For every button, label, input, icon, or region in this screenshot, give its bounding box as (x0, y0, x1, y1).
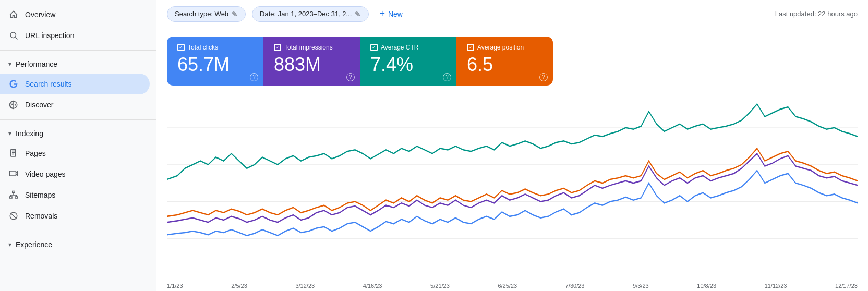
help-icon-clicks[interactable]: ? (250, 73, 258, 81)
checkbox-impressions (274, 44, 281, 51)
search-icon (8, 30, 19, 41)
pages-label: Pages (25, 149, 46, 157)
svg-line-1 (15, 37, 17, 39)
search-type-filter[interactable]: Search type: Web ✎ (167, 6, 246, 22)
experience-section-label: Experience (16, 240, 52, 249)
metric-value-ctr: 7.4% (370, 54, 446, 75)
divider-2 (0, 119, 156, 120)
help-icon-impressions[interactable]: ? (346, 73, 355, 81)
chart-area (156, 86, 868, 283)
x-label-10: 12/17/23 (835, 283, 858, 289)
edit-date-icon: ✎ (355, 10, 361, 18)
svg-rect-10 (15, 197, 18, 198)
sidebar-item-overview[interactable]: Overview (0, 4, 150, 25)
sidebar-section-performance[interactable]: ▾ Performance (0, 55, 156, 74)
new-label: New (388, 10, 403, 18)
x-axis-labels: 1/1/23 2/5/23 3/12/23 4/16/23 5/21/23 6/… (156, 283, 868, 291)
x-label-4: 5/21/23 (430, 283, 450, 289)
sidebar-item-search-results[interactable]: Search results (0, 74, 150, 94)
url-inspection-label: URL inspection (25, 31, 74, 40)
x-label-1: 2/5/23 (231, 283, 247, 289)
divider-1 (0, 50, 156, 51)
video-pages-label: Video pages (25, 170, 66, 178)
x-label-7: 9/3/23 (633, 283, 649, 289)
help-icon-ctr[interactable]: ? (443, 73, 451, 81)
sidebar-section-experience[interactable]: ▾ Experience (0, 235, 156, 254)
metric-label-impressions: Total impressions (274, 44, 349, 51)
sidebar-item-removals[interactable]: Removals (0, 205, 150, 226)
x-label-9: 11/12/23 (765, 283, 787, 289)
metric-label-clicks: Total clicks (177, 44, 253, 51)
edit-search-type-icon: ✎ (232, 10, 238, 18)
search-type-label: Search type: Web (175, 10, 228, 18)
metric-value-clicks: 65.7M (177, 54, 253, 75)
removals-icon (8, 211, 19, 221)
svg-line-16 (10, 213, 17, 219)
sidebar-item-url-inspection[interactable]: URL inspection (0, 25, 150, 46)
removals-label: Removals (25, 212, 57, 220)
metric-value-position: 6.5 (467, 54, 542, 75)
x-label-5: 6/25/23 (498, 283, 517, 289)
divider-3 (0, 231, 156, 231)
sidebar-item-discover[interactable]: Discover (0, 94, 150, 115)
sidebar-section-indexing[interactable]: ▾ Indexing (0, 124, 156, 143)
new-button[interactable]: + New (375, 5, 407, 22)
last-updated-label: Last updated: 22 hours ago (775, 10, 858, 18)
metric-card-average-ctr[interactable]: Average CTR 7.4% ? (360, 37, 456, 86)
date-label: Date: Jan 1, 2023–Dec 31, 2... (260, 10, 352, 18)
overview-label: Overview (25, 10, 55, 19)
x-label-8: 10/8/23 (697, 283, 716, 289)
main-content: Search type: Web ✎ Date: Jan 1, 2023–Dec… (156, 0, 868, 291)
sidebar-item-sitemaps[interactable]: Sitemaps (0, 185, 150, 205)
metrics-row: Total clicks 65.7M ? Total impressions 8… (156, 28, 868, 86)
svg-rect-8 (13, 191, 15, 193)
discover-label: Discover (25, 101, 53, 109)
home-icon (8, 9, 19, 20)
metric-card-average-position[interactable]: Average position 6.5 ? (456, 37, 553, 86)
performance-section-label: Performance (16, 60, 57, 68)
date-filter[interactable]: Date: Jan 1, 2023–Dec 31, 2... ✎ (252, 6, 369, 22)
checkbox-position (467, 44, 474, 51)
x-label-2: 3/12/23 (295, 283, 315, 289)
svg-point-0 (10, 32, 16, 38)
discover-icon (8, 100, 19, 110)
sitemaps-icon (8, 190, 19, 200)
x-label-6: 7/30/23 (565, 283, 585, 289)
plus-icon: + (379, 8, 385, 19)
x-label-3: 4/16/23 (363, 283, 382, 289)
indexing-section-label: Indexing (16, 129, 43, 138)
google-g-icon (8, 79, 19, 89)
svg-rect-7 (10, 171, 16, 176)
video-pages-icon (8, 169, 19, 179)
metric-value-impressions: 883M (274, 54, 349, 75)
help-icon-position[interactable]: ? (539, 73, 548, 81)
x-label-0: 1/1/23 (167, 283, 183, 289)
chevron-down-icon-2: ▾ (8, 130, 11, 137)
chevron-down-icon: ▾ (8, 60, 11, 68)
sidebar-item-video-pages[interactable]: Video pages (0, 164, 150, 185)
checkbox-ctr (370, 44, 378, 51)
metric-label-position: Average position (467, 44, 542, 51)
metric-card-total-clicks[interactable]: Total clicks 65.7M ? (167, 37, 263, 86)
topbar: Search type: Web ✎ Date: Jan 1, 2023–Dec… (156, 0, 868, 28)
metric-card-total-impressions[interactable]: Total impressions 883M ? (263, 37, 360, 86)
sitemaps-label: Sitemaps (25, 191, 55, 199)
sidebar: Overview URL inspection ▾ Performance Se… (0, 0, 156, 291)
search-results-label: Search results (25, 80, 71, 88)
chevron-right-icon: ▾ (8, 241, 11, 248)
pages-icon (8, 148, 19, 159)
checkbox-clicks (177, 44, 185, 51)
performance-chart (167, 91, 858, 283)
svg-rect-9 (10, 197, 13, 198)
sidebar-item-pages[interactable]: Pages (0, 143, 150, 164)
metric-label-ctr: Average CTR (370, 44, 446, 51)
